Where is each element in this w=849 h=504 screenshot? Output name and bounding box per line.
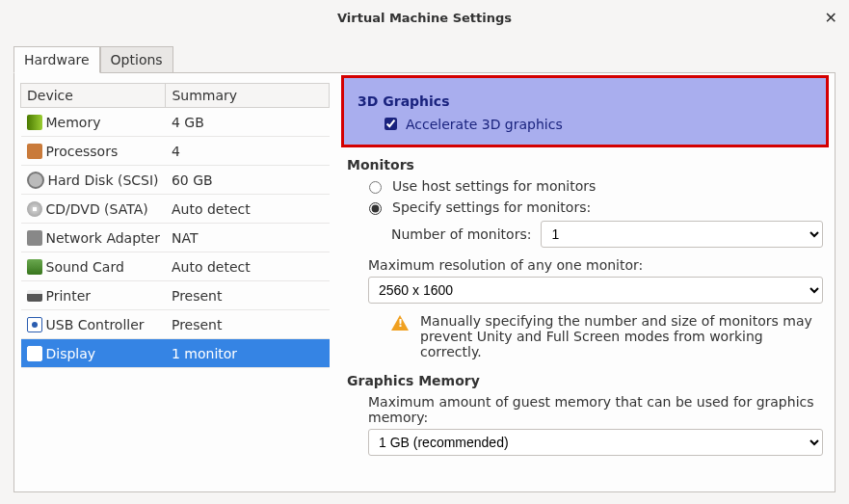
device-row-display[interactable]: Display 1 monitor bbox=[21, 339, 330, 368]
device-summary: 60 GB bbox=[166, 166, 330, 195]
warning-icon bbox=[391, 315, 409, 331]
device-summary: Auto detect bbox=[166, 252, 330, 281]
device-name: Processors bbox=[46, 144, 119, 159]
radio-use-host-label: Use host settings for monitors bbox=[392, 178, 596, 194]
titlebar: Virtual Machine Settings ✕ bbox=[0, 0, 849, 35]
tab-options[interactable]: Options bbox=[100, 46, 173, 72]
device-name: Display bbox=[46, 346, 96, 361]
col-summary-header[interactable]: Summary bbox=[166, 84, 330, 108]
sound-icon bbox=[27, 259, 42, 275]
radio-specify-label: Specify settings for monitors: bbox=[392, 199, 591, 215]
cd-icon bbox=[27, 201, 42, 217]
device-row-hdd[interactable]: Hard Disk (SCSI) 60 GB bbox=[21, 166, 330, 195]
tab-hardware[interactable]: Hardware bbox=[13, 46, 100, 73]
device-name: Network Adapter bbox=[46, 230, 160, 246]
device-summary: Present bbox=[166, 310, 330, 339]
device-summary: Present bbox=[166, 281, 330, 310]
device-row-memory[interactable]: Memory 4 GB bbox=[21, 108, 330, 137]
gmem-select[interactable]: 1 GB (recommended) bbox=[368, 429, 823, 456]
maxres-label: Maximum resolution of any one monitor: bbox=[368, 257, 823, 273]
maxres-select[interactable]: 2560 x 1600 bbox=[368, 277, 823, 304]
display-settings-pane: 3D Graphics Accelerate 3D graphics Monit… bbox=[335, 73, 835, 491]
accelerate-3d-label: Accelerate 3D graphics bbox=[406, 117, 563, 132]
printer-icon bbox=[27, 290, 42, 302]
graphics-memory-title: Graphics Memory bbox=[347, 373, 823, 388]
device-row-usb[interactable]: USB Controller Present bbox=[21, 310, 330, 339]
accelerate-3d-checkbox[interactable] bbox=[385, 118, 397, 130]
device-row-network[interactable]: Network Adapter NAT bbox=[21, 224, 330, 252]
warning-line1: Manually specifying the number and size … bbox=[420, 313, 812, 329]
window-title: Virtual Machine Settings bbox=[337, 11, 512, 25]
display-icon bbox=[27, 346, 42, 361]
device-row-cddvd[interactable]: CD/DVD (SATA) Auto detect bbox=[21, 195, 330, 224]
device-name: USB Controller bbox=[46, 317, 145, 332]
device-name: Memory bbox=[46, 115, 101, 130]
gmem-label: Maximum amount of guest memory that can … bbox=[368, 394, 823, 425]
device-name: Sound Card bbox=[46, 259, 124, 275]
close-icon[interactable]: ✕ bbox=[825, 9, 837, 27]
device-summary: 4 bbox=[166, 137, 330, 166]
device-name: Hard Disk (SCSI) bbox=[48, 172, 159, 188]
radio-use-host[interactable] bbox=[369, 181, 382, 194]
cpu-icon bbox=[27, 144, 42, 159]
memory-icon bbox=[27, 115, 42, 130]
device-summary: 4 GB bbox=[166, 108, 330, 137]
device-row-processors[interactable]: Processors 4 bbox=[21, 137, 330, 166]
usb-icon bbox=[27, 317, 42, 332]
3d-graphics-highlight: 3D Graphics Accelerate 3D graphics bbox=[341, 75, 829, 147]
num-monitors-select[interactable]: 1 bbox=[541, 221, 823, 248]
tab-options-label: Options bbox=[111, 52, 163, 67]
device-name: CD/DVD (SATA) bbox=[46, 201, 148, 217]
col-device-header[interactable]: Device bbox=[21, 84, 166, 108]
device-summary: 1 monitor bbox=[166, 339, 330, 368]
device-row-printer[interactable]: Printer Present bbox=[21, 281, 330, 310]
hdd-icon bbox=[27, 172, 44, 189]
device-summary: Auto detect bbox=[166, 195, 330, 224]
tab-hardware-label: Hardware bbox=[24, 52, 90, 67]
warning-text: Manually specifying the number and size … bbox=[420, 313, 823, 359]
radio-specify[interactable] bbox=[369, 202, 382, 215]
device-row-sound[interactable]: Sound Card Auto detect bbox=[21, 252, 330, 281]
device-table: Device Summary Memory 4 GB Processors 4 bbox=[20, 83, 330, 368]
network-icon bbox=[27, 230, 42, 246]
device-list: Device Summary Memory 4 GB Processors 4 bbox=[14, 73, 335, 491]
device-name: Printer bbox=[46, 288, 92, 304]
warning-line2: prevent Unity and Full Screen modes from… bbox=[420, 329, 763, 359]
monitors-title: Monitors bbox=[347, 157, 823, 172]
vm-settings-window: Virtual Machine Settings ✕ Hardware Opti… bbox=[0, 0, 849, 504]
device-summary: NAT bbox=[166, 224, 330, 252]
num-monitors-label: Number of monitors: bbox=[391, 226, 531, 242]
3d-graphics-title: 3D Graphics bbox=[358, 93, 812, 109]
